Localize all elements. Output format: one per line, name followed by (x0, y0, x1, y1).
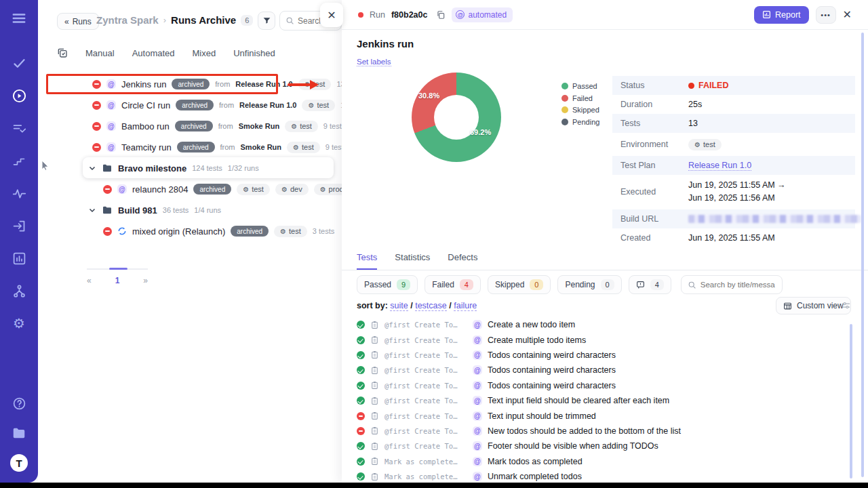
filter-automated[interactable]: Automated (132, 48, 175, 58)
filter-unfinished[interactable]: Unfinished (233, 48, 275, 58)
failed-count-badge: 4 (460, 279, 473, 290)
test-row[interactable]: Mark as complete… @ Mark todos as comple… (357, 454, 845, 469)
activity-pulse-icon[interactable] (0, 180, 38, 206)
filter-manual[interactable]: Manual (85, 48, 115, 58)
run-row-bamboo[interactable]: @ Bamboo run archived from Smoke Run ⚙te… (92, 117, 345, 136)
tab-tests[interactable]: Tests (357, 252, 377, 270)
test-row[interactable]: @first Create To… @ Text input should be… (357, 408, 845, 423)
run-row-relaunch-2804[interactable]: @ relaunch 2804 archived ⚙test ⚙dev ⚙pro… (103, 180, 381, 199)
import-icon[interactable] (0, 213, 38, 239)
menu-icon[interactable] (0, 5, 38, 31)
filter-passed-button[interactable]: Passed9 (357, 275, 418, 294)
run-row-mixed-origin[interactable]: mixed origin (Relaunch) archived ⚙test 3… (103, 222, 334, 241)
checklist-icon[interactable] (0, 115, 38, 141)
automated-at-icon: @ (106, 100, 116, 110)
tests-check-icon[interactable] (0, 50, 38, 76)
gear-icon: ⚙ (291, 123, 297, 130)
test-suite: @first Create To… (384, 427, 467, 435)
legend-skipped[interactable]: Skipped (561, 106, 599, 114)
automated-at-icon: @ (473, 320, 482, 329)
pagination-prev[interactable]: « (87, 276, 92, 285)
run-row-jenkins[interactable]: @ Jenkins run archived from Release Run … (92, 75, 363, 94)
set-labels-link[interactable]: Set labels (357, 58, 391, 66)
breadcrumb-project[interactable]: Zyntra Spark (96, 14, 159, 26)
runs-play-icon[interactable] (0, 83, 38, 108)
pagination-next[interactable]: » (143, 276, 148, 285)
steps-icon[interactable] (0, 148, 38, 174)
sort-by-testcase-link[interactable]: testcase (415, 301, 447, 311)
filter-funnel-button[interactable] (258, 12, 275, 30)
detail-row-environment: Environment ⚙test (612, 133, 855, 156)
tab-defects[interactable]: Defects (448, 252, 477, 270)
run-row-circle-ci[interactable]: @ Circle CI run archived from Release Ru… (92, 96, 367, 115)
filter-comments-button[interactable]: 4 (629, 275, 671, 294)
settings-gear-icon[interactable]: ⚙ (0, 310, 38, 336)
test-status-icon (357, 321, 365, 329)
build-url-redacted-link[interactable] (688, 215, 861, 223)
tests-search-box (681, 275, 783, 294)
detail-label: Test Plan (612, 161, 688, 170)
folder-row-bravo-milestone[interactable]: Bravo milestone 124 tests 1/32 runs (88, 159, 259, 178)
legend-passed[interactable]: Passed (561, 82, 599, 90)
run-name: Jenkins run (121, 79, 166, 89)
automated-at-icon: @ (473, 381, 482, 390)
copy-icon[interactable] (436, 10, 446, 20)
test-row[interactable]: @first Create To… @ Create multiple todo… (357, 332, 845, 347)
search-icon (688, 281, 696, 289)
test-row[interactable]: @first Create To… @ Todos containing wei… (357, 363, 845, 378)
test-row[interactable]: @first Create To… @ New todos should be … (357, 424, 845, 439)
pagination-page-1[interactable]: 1 (115, 276, 120, 285)
tests-search-input[interactable] (701, 281, 775, 289)
clipboard-icon (370, 396, 379, 405)
run-row-teamcity[interactable]: @ Teamcity run archived from Smoke Run ⚙… (92, 138, 347, 157)
panel-scrollbar[interactable] (861, 33, 864, 477)
sort-by-failure-link[interactable]: failure (454, 301, 477, 311)
legend-pending[interactable]: Pending (561, 118, 599, 126)
passed-count-badge: 9 (397, 279, 410, 290)
env-tag: ⚙test (237, 184, 270, 195)
test-row[interactable]: @first Create To… @ Text input field sho… (357, 393, 845, 408)
from-label: from (215, 80, 230, 88)
column-settings-icon[interactable] (841, 300, 851, 310)
analytics-icon[interactable] (0, 245, 38, 271)
select-all-icon[interactable] (57, 47, 68, 58)
chevron-down-icon[interactable] (88, 206, 96, 214)
test-row[interactable]: @first Create To… @ Todos containing wei… (357, 348, 845, 363)
tests-list-scrollbar[interactable] (850, 324, 852, 479)
projects-folder-icon[interactable] (0, 420, 38, 446)
panel-close-button[interactable]: ✕ (320, 3, 343, 27)
automated-at-icon: @ (473, 336, 482, 345)
test-row[interactable]: Mark as complete… @ Unmark completed tod… (357, 469, 845, 484)
workspace-avatar[interactable]: T (0, 450, 38, 476)
tab-statistics[interactable]: Statistics (395, 252, 430, 270)
legend-failed[interactable]: Failed (561, 94, 599, 102)
branches-icon[interactable] (0, 278, 38, 304)
test-status-icon (357, 366, 365, 374)
more-actions-button[interactable]: ••• (816, 6, 836, 24)
close-detail-button[interactable]: ✕ (843, 8, 852, 21)
help-icon[interactable] (0, 390, 38, 416)
test-plan-link[interactable]: Release Run 1.0 (688, 161, 751, 171)
archived-badge: archived (231, 226, 269, 237)
automated-at-icon: @ (106, 121, 116, 131)
test-row[interactable]: @first Create To… @ Create a new todo it… (357, 317, 845, 332)
folder-icon (102, 205, 113, 216)
failed-status-icon (92, 143, 101, 152)
test-title: Todos containing weird characters (488, 365, 616, 375)
test-row[interactable]: @first Create To… @ Todos containing wei… (357, 378, 845, 393)
gear-icon: ⚙ (694, 141, 701, 148)
chevron-down-icon[interactable] (88, 164, 96, 172)
test-row[interactable]: @first Create To… @ Footer should be vis… (357, 439, 845, 453)
filter-failed-button[interactable]: Failed4 (425, 275, 481, 294)
folder-row-build-981[interactable]: Build 981 36 tests 1/4 runs (88, 201, 221, 220)
sort-by-suite-link[interactable]: suite (390, 301, 408, 311)
back-to-runs-button[interactable]: «Runs (57, 13, 99, 30)
filter-pending-button[interactable]: Pending0 (557, 275, 621, 294)
report-button[interactable]: Report (754, 6, 809, 24)
test-title: Text input should be trimmed (488, 411, 596, 421)
custom-view-button[interactable]: Custom view (776, 297, 851, 314)
filter-mixed[interactable]: Mixed (193, 48, 216, 58)
tests-value: 13 (688, 119, 698, 128)
filter-skipped-button[interactable]: Skipped0 (488, 275, 551, 294)
archived-badge: archived (177, 142, 215, 152)
